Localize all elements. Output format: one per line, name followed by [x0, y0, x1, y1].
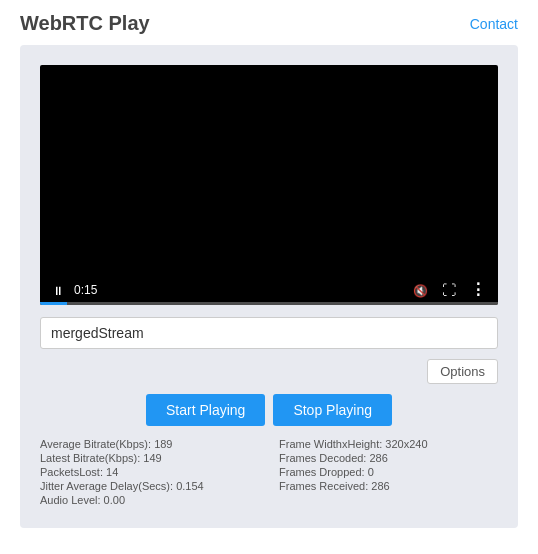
stat-audio-level: Audio Level: 0.00	[40, 494, 259, 506]
stop-playing-button[interactable]: Stop Playing	[273, 394, 392, 426]
mute-button[interactable]	[409, 280, 432, 300]
more-button[interactable]	[466, 278, 490, 301]
fullscreen-button[interactable]	[438, 280, 460, 300]
stat-avg-bitrate: Average Bitrate(Kbps): 189	[40, 438, 259, 450]
pause-button[interactable]	[48, 280, 68, 300]
progress-bar-container[interactable]	[40, 302, 498, 305]
main-content: 0:15	[20, 45, 518, 528]
video-player: 0:15	[40, 65, 498, 305]
contact-link[interactable]: Contact	[470, 16, 518, 32]
right-controls	[409, 278, 490, 301]
options-button[interactable]: Options	[427, 359, 498, 384]
controls-row: 0:15	[48, 278, 490, 301]
stat-latest-bitrate: Latest Bitrate(Kbps): 149	[40, 452, 259, 464]
action-buttons-row: Start Playing Stop Playing	[40, 394, 498, 426]
stream-input-row	[40, 317, 498, 349]
video-controls-bar: 0:15	[40, 274, 498, 305]
fullscreen-icon	[442, 282, 456, 298]
mute-icon	[413, 282, 428, 298]
options-row: Options	[40, 359, 498, 384]
stats-right-col: Frame WidthxHeight: 320x240 Frames Decod…	[279, 438, 498, 508]
stat-jitter: Jitter Average Delay(Secs): 0.154	[40, 480, 259, 492]
stat-frames-decoded: Frames Decoded: 286	[279, 452, 498, 464]
stats-left-col: Average Bitrate(Kbps): 189 Latest Bitrat…	[40, 438, 259, 508]
stat-frames-received: Frames Received: 286	[279, 480, 498, 492]
stat-packets-lost: PacketsLost: 14	[40, 466, 259, 478]
stats-row: Average Bitrate(Kbps): 189 Latest Bitrat…	[40, 438, 498, 508]
page-header: WebRTC Play Contact	[0, 0, 538, 45]
stat-frame-size: Frame WidthxHeight: 320x240	[279, 438, 498, 450]
stream-name-input[interactable]	[40, 317, 498, 349]
more-icon	[470, 280, 486, 299]
page-title: WebRTC Play	[20, 12, 150, 35]
start-playing-button[interactable]: Start Playing	[146, 394, 265, 426]
progress-bar-fill	[40, 302, 67, 305]
pause-icon	[52, 282, 64, 298]
time-display: 0:15	[74, 283, 97, 297]
stat-frames-dropped: Frames Dropped: 0	[279, 466, 498, 478]
